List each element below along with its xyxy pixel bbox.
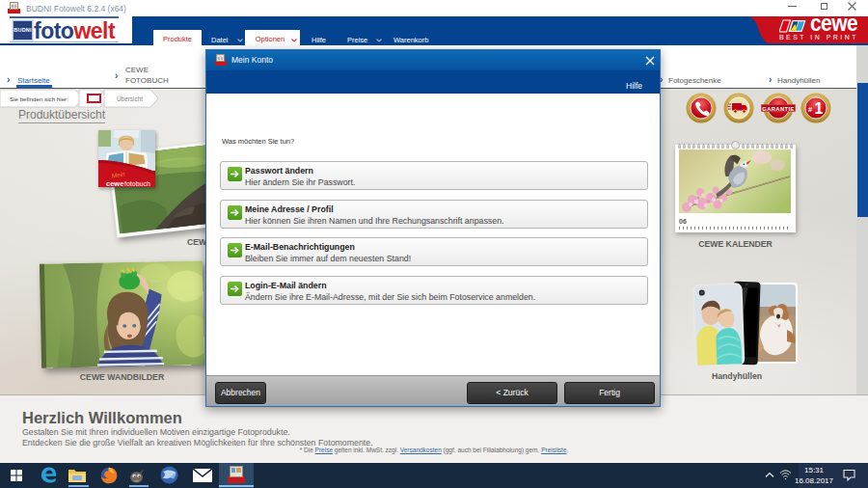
svg-text:#: # xyxy=(808,105,813,114)
svg-text:fotobuch: fotobuch xyxy=(124,180,150,187)
svg-text:1: 1 xyxy=(815,100,824,117)
svg-text:GARANTIE: GARANTIE xyxy=(762,106,794,112)
svg-text:cewe: cewe xyxy=(106,179,123,188)
